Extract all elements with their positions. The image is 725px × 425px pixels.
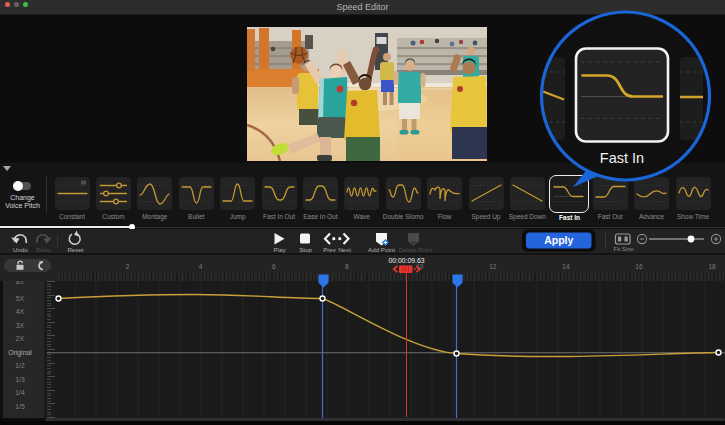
svg-text:Fast In: Fast In xyxy=(600,150,644,166)
svg-text:Apply: Apply xyxy=(544,234,573,246)
